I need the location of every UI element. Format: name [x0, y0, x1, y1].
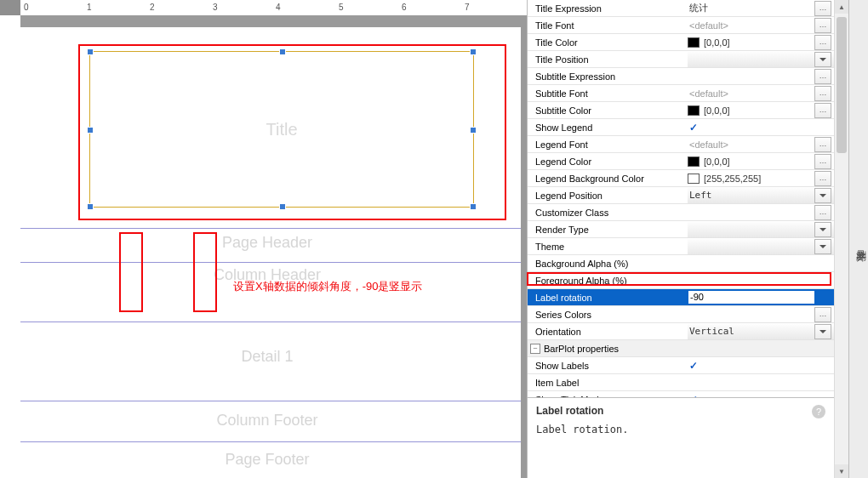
property-scrollbar[interactable]: ▲ ▼ [834, 0, 848, 478]
prop-label: Title Color [528, 37, 688, 48]
property-panel: Title Expression 统计… Title Font <default… [527, 0, 834, 478]
prop-value[interactable]: [0,0,0] [702, 37, 812, 48]
prop-title-font[interactable]: Title Font <default>… [528, 17, 834, 34]
more-button[interactable]: … [814, 171, 831, 186]
resize-handle-sw[interactable] [87, 203, 94, 210]
band-detail[interactable]: Detail 1 [20, 322, 521, 401]
more-button[interactable]: … [814, 307, 831, 322]
chart-element[interactable]: Title [89, 51, 474, 208]
resize-handle-e[interactable] [470, 127, 477, 134]
chart-placeholder-text: Title [266, 120, 297, 139]
checkbox-icon[interactable] [688, 360, 700, 372]
design-surface: 0 1 2 3 4 5 6 7 Title [0, 0, 527, 478]
band-label: Page Header [20, 234, 521, 252]
more-button[interactable]: … [814, 69, 831, 84]
prop-label: Subtitle Font [528, 88, 688, 99]
resize-handle-s[interactable] [279, 203, 286, 210]
band-title[interactable]: Title [20, 27, 521, 229]
prop-title-color[interactable]: Title Color [0,0,0]… [528, 34, 834, 51]
scroll-thumb[interactable] [837, 17, 847, 153]
more-button[interactable]: … [814, 86, 831, 101]
color-swatch [688, 156, 700, 167]
prop-render-type[interactable]: Render Type [528, 221, 834, 238]
prop-value[interactable]: 统计 [688, 2, 812, 14]
prop-legend-color[interactable]: Legend Color [0,0,0]… [528, 153, 834, 170]
prop-category-barplot[interactable]: – BarPlot properties [528, 340, 834, 357]
property-grid[interactable]: Title Expression 统计… Title Font <default… [528, 0, 834, 398]
prop-subtitle-font[interactable]: Subtitle Font <default>… [528, 85, 834, 102]
prop-label: Title Expression [528, 3, 688, 14]
more-button[interactable]: … [814, 154, 831, 169]
prop-value[interactable]: <default> [688, 20, 812, 31]
category-label: BarPlot properties [544, 344, 834, 354]
prop-value-input[interactable]: -90 [688, 290, 815, 304]
prop-theme[interactable]: Theme [528, 238, 834, 255]
more-button[interactable]: … [814, 1, 831, 16]
color-swatch [688, 105, 700, 116]
more-button[interactable]: … [814, 205, 831, 220]
prop-label-rotation[interactable]: Label rotation -90 [528, 289, 834, 306]
prop-show-labels[interactable]: Show Labels [528, 357, 834, 374]
prop-value[interactable]: [255,255,255] [702, 174, 812, 184]
ruler-horizontal: 0 1 2 3 4 5 6 7 [20, 0, 527, 16]
prop-orientation[interactable]: Orientation Vertical [528, 323, 834, 340]
prop-label: Title Position [528, 54, 688, 65]
side-tab[interactable]: 并剧录 [848, 0, 868, 478]
prop-value[interactable]: [0,0,0] [702, 156, 812, 167]
property-description: ? Label rotation Label rotation. [528, 398, 834, 478]
collapse-icon[interactable]: – [530, 344, 540, 354]
prop-label: Show Legend [528, 122, 688, 133]
prop-value[interactable]: <default> [688, 88, 812, 99]
prop-legend-background-color[interactable]: Legend Background Color [255,255,255]… [528, 170, 834, 187]
prop-show-legend[interactable]: Show Legend [528, 119, 834, 136]
canvas-viewport[interactable]: Title [20, 15, 527, 478]
band-page-header[interactable]: Page Header [20, 229, 521, 263]
prop-value[interactable]: Left [688, 190, 812, 201]
dropdown-icon[interactable] [814, 239, 831, 254]
prop-label: Orientation [528, 327, 688, 337]
color-swatch [688, 37, 700, 48]
band-column-footer[interactable]: Column Footer [20, 401, 521, 442]
prop-label: Background Alpha (%) [528, 259, 688, 269]
prop-label: Show Labels [528, 361, 688, 371]
prop-series-colors[interactable]: Series Colors … [528, 306, 834, 323]
more-button[interactable]: … [814, 103, 831, 118]
color-swatch [688, 174, 700, 184]
prop-foreground-alpha[interactable]: Foreground Alpha (%) [528, 272, 834, 289]
dropdown-icon[interactable] [814, 324, 831, 339]
prop-legend-font[interactable]: Legend Font <default>… [528, 136, 834, 153]
scroll-up-icon[interactable]: ▲ [835, 0, 848, 14]
dropdown-icon[interactable] [814, 222, 831, 237]
dropdown-icon[interactable] [814, 188, 831, 203]
canvas-scroll: Title [20, 15, 527, 478]
prop-label: Theme [528, 242, 688, 252]
more-button[interactable]: … [814, 137, 831, 152]
more-button[interactable]: … [814, 35, 831, 50]
prop-title-position[interactable]: Title Position [528, 51, 834, 68]
band-page-footer[interactable]: Page Footer [20, 442, 521, 478]
prop-value[interactable]: [0,0,0] [702, 105, 812, 116]
prop-value[interactable]: Vertical [688, 326, 812, 337]
prop-background-alpha[interactable]: Background Alpha (%) [528, 255, 834, 272]
scroll-down-icon[interactable]: ▼ [835, 464, 848, 478]
prop-value[interactable]: <default> [688, 139, 812, 150]
help-icon[interactable]: ? [812, 405, 825, 418]
prop-show-tick-marks[interactable]: Show Tick Marks [528, 391, 834, 398]
prop-title-expression[interactable]: Title Expression 统计… [528, 0, 834, 17]
prop-item-label[interactable]: Item Label [528, 374, 834, 391]
prop-customizer-class[interactable]: Customizer Class … [528, 204, 834, 221]
band-label: Detail 1 [20, 348, 521, 366]
resize-handle-se[interactable] [470, 203, 477, 210]
more-button[interactable]: … [814, 18, 831, 33]
resize-handle-ne[interactable] [470, 48, 477, 55]
resize-handle-w[interactable] [87, 127, 94, 134]
dropdown-icon[interactable] [814, 52, 831, 67]
prop-legend-position[interactable]: Legend Position Left [528, 187, 834, 204]
resize-handle-n[interactable] [279, 48, 286, 55]
checkbox-icon[interactable] [688, 122, 700, 134]
prop-label: Legend Font [528, 139, 688, 150]
prop-subtitle-color[interactable]: Subtitle Color [0,0,0]… [528, 102, 834, 119]
ruler-vertical [0, 15, 21, 478]
prop-subtitle-expression[interactable]: Subtitle Expression … [528, 68, 834, 85]
resize-handle-nw[interactable] [87, 48, 94, 55]
